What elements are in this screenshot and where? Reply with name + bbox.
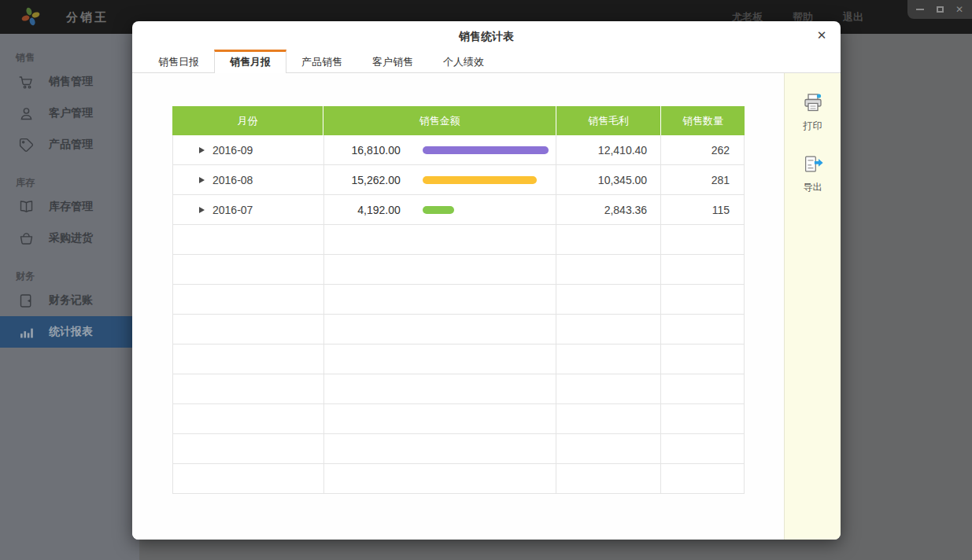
empty-cell <box>661 374 745 403</box>
expand-arrow-icon[interactable] <box>199 147 205 153</box>
maximize-icon[interactable] <box>935 5 944 14</box>
empty-cell <box>661 225 745 254</box>
book-icon <box>17 198 35 216</box>
sidebar-item-label: 客户管理 <box>49 106 93 120</box>
empty-table-row <box>173 434 745 464</box>
empty-cell <box>173 285 324 314</box>
month-cell[interactable]: 2016-07 <box>173 195 324 224</box>
column-header: 销售金额 <box>323 106 556 135</box>
empty-cell <box>661 315 745 344</box>
amount-bar <box>423 146 549 154</box>
empty-cell <box>556 404 661 433</box>
sidebar: 销售销售管理客户管理产品管理库存库存管理采购进货财务财务记账统计报表 <box>0 34 139 560</box>
sidebar-item-label: 销售管理 <box>49 75 93 89</box>
sidebar-item[interactable]: 销售管理 <box>0 66 139 98</box>
empty-cell <box>556 464 661 493</box>
empty-cell <box>556 255 661 284</box>
report-content: 月份销售金额销售毛利销售数量 2016-0916,810.0012,410.40… <box>132 73 784 540</box>
empty-table-row <box>173 225 745 255</box>
empty-cell <box>661 404 745 433</box>
empty-cell <box>173 344 324 374</box>
dialog-body: 月份销售金额销售毛利销售数量 2016-0916,810.0012,410.40… <box>132 73 841 540</box>
sidebar-item[interactable]: 财务记账 <box>0 285 139 316</box>
tab-个人绩效[interactable]: 个人绩效 <box>428 52 499 72</box>
amount-cell: 15,262.00 <box>324 165 557 194</box>
ledger-icon <box>17 292 35 309</box>
empty-cell <box>661 464 745 493</box>
minimize-icon[interactable] <box>915 5 925 14</box>
table-row[interactable]: 2016-0815,262.0010,345.00281 <box>173 165 745 195</box>
basket-icon <box>17 230 35 247</box>
action-panel: 打印导出 <box>784 73 841 540</box>
sidebar-item[interactable]: 采购进货 <box>0 223 139 254</box>
app-logo-icon <box>20 6 41 27</box>
close-icon[interactable]: ✕ <box>812 26 831 45</box>
table-row[interactable]: 2016-0916,810.0012,410.40262 <box>173 135 745 165</box>
export-icon <box>802 153 824 179</box>
sales-statistics-dialog: 销售统计表 ✕ 销售日报销售月报产品销售客户销售个人绩效 月份销售金额销售毛利销… <box>132 21 841 540</box>
table-row[interactable]: 2016-074,192.002,843.36115 <box>173 195 745 225</box>
empty-cell <box>324 374 557 403</box>
sidebar-item[interactable]: 统计报表 <box>0 316 139 348</box>
empty-cell <box>324 285 557 314</box>
empty-cell <box>173 255 324 284</box>
tab-产品销售[interactable]: 产品销售 <box>286 52 357 72</box>
report-tabs: 销售日报销售月报产品销售客户销售个人绩效 <box>132 50 841 73</box>
window-close-icon[interactable]: ✕ <box>955 5 964 14</box>
logout-menu[interactable]: 退出 <box>843 10 863 24</box>
empty-table-row <box>173 374 745 404</box>
sidebar-item-label: 统计报表 <box>49 325 93 339</box>
print-button[interactable]: 打印 <box>802 92 824 133</box>
customer-icon <box>17 105 35 122</box>
column-header: 销售数量 <box>661 106 745 135</box>
profit-cell: 2,843.36 <box>556 195 661 224</box>
quantity-cell: 262 <box>661 135 745 164</box>
export-button[interactable]: 导出 <box>802 153 824 194</box>
expand-arrow-icon[interactable] <box>199 177 205 183</box>
empty-table-row <box>173 315 745 344</box>
app-title: 分销王 <box>66 0 109 34</box>
empty-cell <box>556 285 661 314</box>
empty-cell <box>324 315 557 344</box>
amount-value: 16,810.00 <box>324 144 401 157</box>
amount-bar <box>423 206 454 214</box>
tab-销售日报[interactable]: 销售日报 <box>143 52 214 72</box>
monthly-sales-table: 月份销售金额销售毛利销售数量 2016-0916,810.0012,410.40… <box>172 106 745 494</box>
quantity-cell: 115 <box>661 195 745 224</box>
profit-cell: 10,345.00 <box>556 165 661 194</box>
expand-arrow-icon[interactable] <box>199 207 205 213</box>
sidebar-item[interactable]: 客户管理 <box>0 98 139 129</box>
action-label: 打印 <box>804 120 822 133</box>
empty-cell <box>324 344 557 374</box>
empty-cell <box>324 404 557 433</box>
sidebar-item-label: 财务记账 <box>49 293 93 308</box>
empty-table-row <box>173 285 745 315</box>
month-cell[interactable]: 2016-09 <box>173 135 324 164</box>
empty-cell <box>173 404 324 433</box>
amount-cell: 4,192.00 <box>324 195 557 224</box>
sidebar-item[interactable]: 库存管理 <box>0 191 139 223</box>
table-header-row: 月份销售金额销售毛利销售数量 <box>172 106 745 135</box>
empty-cell <box>324 464 557 493</box>
tab-客户销售[interactable]: 客户销售 <box>357 52 428 72</box>
quantity-cell: 281 <box>661 165 745 194</box>
sidebar-item[interactable]: 产品管理 <box>0 129 139 160</box>
empty-cell <box>173 225 324 254</box>
empty-cell <box>556 344 661 374</box>
sidebar-item-label: 采购进货 <box>49 231 93 245</box>
empty-cell <box>173 464 324 493</box>
dialog-title: 销售统计表 <box>132 21 841 51</box>
empty-cell <box>324 225 557 254</box>
column-header: 销售毛利 <box>556 106 661 135</box>
printer-icon <box>802 92 824 117</box>
month-cell[interactable]: 2016-08 <box>173 165 324 194</box>
sidebar-section-label: 财务 <box>16 270 139 283</box>
empty-cell <box>556 315 661 344</box>
empty-table-row <box>173 464 745 494</box>
empty-cell <box>173 315 324 344</box>
sidebar-section-label: 库存 <box>16 176 139 190</box>
month-value: 2016-09 <box>213 144 253 157</box>
tab-销售月报[interactable]: 销售月报 <box>214 50 286 73</box>
action-label: 导出 <box>804 181 822 194</box>
sidebar-item-label: 产品管理 <box>49 138 93 152</box>
